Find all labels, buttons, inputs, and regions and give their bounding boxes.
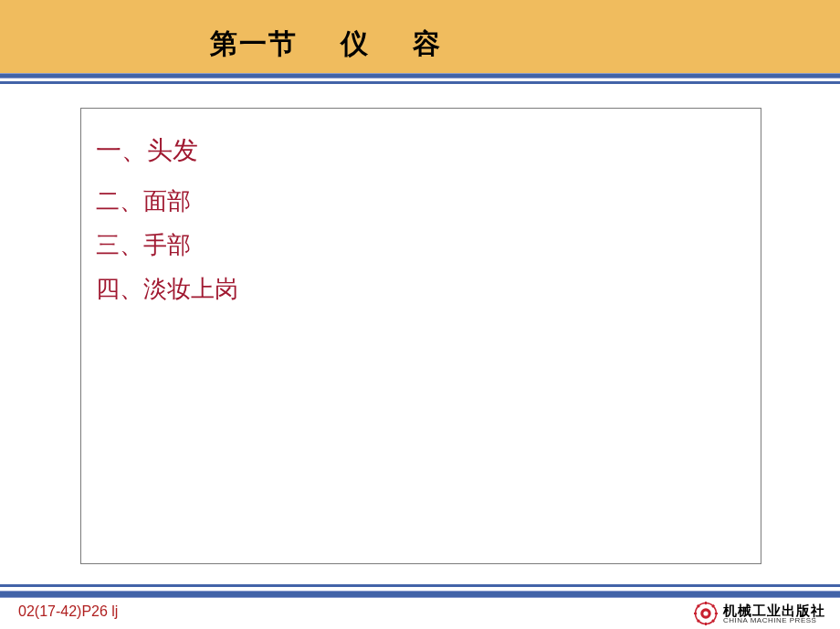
divider-bottom-thin bbox=[0, 584, 840, 587]
publisher-logo: 机械工业出版社 CHINA MACHINE PRESS bbox=[694, 602, 825, 625]
list-item: 四、淡妆上岗 bbox=[96, 269, 746, 309]
title-part1: 第一节 bbox=[210, 28, 298, 58]
svg-rect-1 bbox=[705, 602, 707, 604]
publisher-name-en: CHINA MACHINE PRESS bbox=[723, 617, 825, 624]
title-part2: 仪 bbox=[341, 28, 370, 58]
publisher-text: 机械工业出版社 CHINA MACHINE PRESS bbox=[723, 603, 825, 624]
header-band: 第一节 仪 容 bbox=[0, 0, 840, 73]
svg-point-10 bbox=[703, 611, 708, 615]
page-title: 第一节 仪 容 bbox=[210, 26, 442, 63]
svg-rect-4 bbox=[715, 613, 718, 614]
footer-code: 02(17-42)P26 lj bbox=[18, 603, 118, 620]
svg-rect-2 bbox=[705, 623, 707, 625]
title-part3: 容 bbox=[413, 28, 442, 58]
divider-top-thick bbox=[0, 73, 840, 79]
list-item: 一、头发 bbox=[96, 129, 746, 173]
list-item: 二、面部 bbox=[96, 182, 746, 222]
gear-icon bbox=[694, 602, 718, 625]
list-item: 三、手部 bbox=[96, 225, 746, 266]
divider-bottom-thick bbox=[0, 591, 840, 598]
publisher-name-cn: 机械工业出版社 bbox=[723, 603, 825, 617]
svg-rect-3 bbox=[694, 613, 697, 614]
divider-top-thin bbox=[0, 81, 840, 84]
content-box: 一、头发 二、面部 三、手部 四、淡妆上岗 bbox=[80, 108, 761, 564]
